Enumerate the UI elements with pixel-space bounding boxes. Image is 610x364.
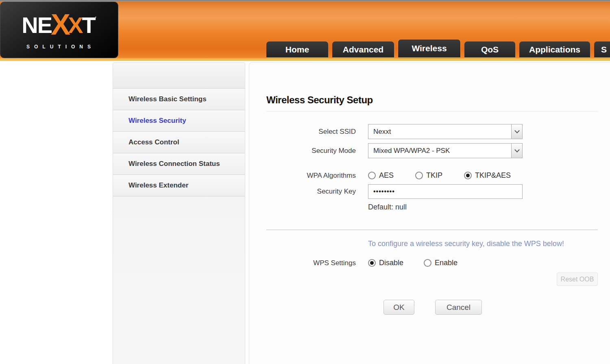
title-divider <box>266 111 598 111</box>
radio-tkip-aes-label: TKIP&AES <box>475 171 511 180</box>
section-divider <box>266 229 598 230</box>
sidebar-empty-area <box>113 196 245 364</box>
tab-partial-cutoff[interactable]: S <box>594 41 610 58</box>
security-key-hint: Default: null <box>368 203 598 211</box>
sidebar-item-wireless-connection-status[interactable]: Wireless Connection Status <box>113 153 245 175</box>
security-key-input[interactable] <box>368 184 523 199</box>
reset-oob-row: Reset OOB <box>266 272 598 286</box>
logo-trademark-dot: · <box>95 15 97 20</box>
radio-wps-disable[interactable] <box>368 259 376 267</box>
wpa-algorithms-row: WPA Algorithms AES TKIP TKIP&AES <box>266 171 598 180</box>
logo-text-t: T <box>82 14 95 37</box>
sidebar-item-wireless-extender[interactable]: Wireless Extender <box>113 175 245 196</box>
radio-wps-disable-label: Disable <box>379 259 403 267</box>
wireless-sidebar: Wireless Basic Settings Wireless Securit… <box>113 62 245 364</box>
radio-wps-enable-label: Enable <box>435 259 458 267</box>
wpa-algorithms-label: WPA Algorithms <box>266 172 356 180</box>
logo-orange-x-icon: X <box>51 10 70 39</box>
main-content-panel: Wireless Security Setup Select SSID Nexx… <box>249 62 610 364</box>
sidebar-spacer <box>113 63 245 89</box>
action-buttons-row: OK Cancel <box>383 300 598 315</box>
nexxt-logo-wordmark: NEXXT· <box>22 11 96 40</box>
tab-wireless[interactable]: Wireless <box>398 39 460 58</box>
wps-settings-row: WPS Settings Disable Enable <box>266 259 598 267</box>
security-mode-value: Mixed WPA/WPA2 - PSK <box>368 147 511 155</box>
main-nav-tabs: Home Advanced Wireless QoS Applications … <box>266 39 610 58</box>
security-key-label: Security Key <box>266 187 356 196</box>
select-ssid-label: Select SSID <box>266 128 356 136</box>
nexxt-logo: NEXXT· SOLUTIONS <box>0 2 118 58</box>
wps-settings-label: WPS Settings <box>266 259 356 267</box>
sidebar-item-wireless-basic-settings[interactable]: Wireless Basic Settings <box>113 89 245 110</box>
chevron-down-icon <box>514 147 520 153</box>
sidebar-item-access-control[interactable]: Access Control <box>113 132 245 153</box>
page-title: Wireless Security Setup <box>266 94 598 106</box>
sidebar-item-wireless-security[interactable]: Wireless Security <box>113 110 245 132</box>
reset-oob-button[interactable]: Reset OOB <box>557 272 598 286</box>
wps-notice-text: To configure a wireless security key, di… <box>368 240 598 248</box>
select-ssid-row: Select SSID Nexxt <box>266 124 598 139</box>
security-mode-row: Security Mode Mixed WPA/WPA2 - PSK <box>266 143 598 158</box>
tab-advanced[interactable]: Advanced <box>332 41 394 58</box>
radio-tkip-label: TKIP <box>426 171 442 180</box>
header-banner: NEXXT· SOLUTIONS Home Advanced Wireless … <box>0 0 610 61</box>
select-ssid-value: Nexxt <box>368 128 511 136</box>
logo-subtitle: SOLUTIONS <box>26 44 95 50</box>
radio-aes-label: AES <box>379 171 394 180</box>
security-mode-dropdown[interactable]: Mixed WPA/WPA2 - PSK <box>368 143 523 158</box>
logo-text-ne: NE <box>22 14 52 37</box>
select-ssid-arrow-button[interactable] <box>511 124 522 139</box>
header-gold-strip <box>0 58 610 61</box>
radio-tkip[interactable] <box>415 172 423 179</box>
security-key-row: Security Key <box>266 184 598 199</box>
chevron-down-icon <box>514 128 520 133</box>
radio-aes[interactable] <box>368 172 376 179</box>
security-mode-label: Security Mode <box>266 147 356 155</box>
cancel-button[interactable]: Cancel <box>435 300 482 315</box>
tab-applications[interactable]: Applications <box>519 41 590 58</box>
tab-home[interactable]: Home <box>266 41 328 58</box>
radio-tkip-aes[interactable] <box>464 172 472 179</box>
radio-wps-enable[interactable] <box>424 259 431 267</box>
ok-button[interactable]: OK <box>383 300 414 315</box>
select-ssid-dropdown[interactable]: Nexxt <box>368 124 523 139</box>
security-mode-arrow-button[interactable] <box>511 144 522 158</box>
tab-qos[interactable]: QoS <box>464 41 515 58</box>
